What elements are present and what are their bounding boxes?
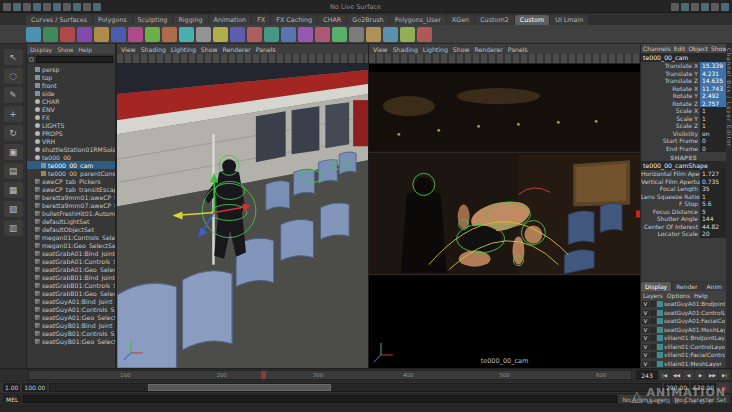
layout-single-pane-icon[interactable]: ▤	[4, 163, 23, 179]
channel-value-field[interactable]: 144	[700, 215, 726, 223]
outliner-item[interactable]: te000_00	[27, 153, 115, 161]
shelf-tab[interactable]: Animation	[209, 15, 252, 25]
layer-color-swatch[interactable]	[657, 301, 663, 307]
outliner-menu-item[interactable]: Display	[30, 46, 52, 53]
snap-to-plane-icon[interactable]	[83, 3, 91, 11]
shelf-icon[interactable]	[230, 27, 245, 42]
render-settings-icon[interactable]	[691, 3, 699, 11]
outliner-item[interactable]: seatGrabB01:Bind_Joint_SelectSet	[27, 273, 115, 281]
channel-row[interactable]: Start Frame 0	[641, 137, 726, 145]
layer-playback-toggle[interactable]	[650, 335, 656, 341]
layer-editor-tab[interactable]: Display	[641, 282, 671, 291]
outliner-item[interactable]: seatGrabA01:Controls_SelectSet	[27, 257, 115, 265]
layer-editor-menu-item[interactable]: Options	[667, 292, 690, 299]
camera-viewport-canvas[interactable]: te000_00_cam	[369, 64, 640, 368]
outliner-menu-item[interactable]: Show	[57, 46, 73, 53]
outliner-item[interactable]: defaultObjectSet	[27, 225, 115, 233]
shelf-icon[interactable]	[281, 27, 296, 42]
layer-row[interactable]: V seatGuyA01:BndJointLayer	[641, 300, 726, 309]
shelf-tab[interactable]: FX	[252, 15, 270, 25]
shelf-tab[interactable]: Custom2	[475, 15, 514, 25]
layer-visibility-toggle[interactable]: V	[642, 327, 649, 333]
layer-visibility-toggle[interactable]: V	[642, 361, 649, 367]
layer-playback-toggle[interactable]	[650, 318, 656, 324]
layer-editor-tab[interactable]: Render	[672, 282, 701, 291]
layer-row[interactable]: V seatGuyA01:FacialControlLayer	[641, 317, 726, 326]
shelf-tab[interactable]: Rigging	[173, 15, 207, 25]
layer-playback-toggle[interactable]	[650, 361, 656, 367]
channel-value-field[interactable]: on	[700, 130, 726, 138]
outliner-item[interactable]: VRH	[27, 137, 115, 145]
channel-row[interactable]: Scale Z 1	[641, 122, 726, 130]
layer-row[interactable]: V seatGuyA01:MeshLayer	[641, 326, 726, 335]
viewport-menu-item[interactable]: View	[373, 46, 388, 53]
outliner-item[interactable]: aweCP_tab_Pickers	[27, 177, 115, 185]
lasso-tool-icon[interactable]: ◌	[4, 68, 23, 84]
perspective-viewport-canvas[interactable]	[117, 64, 368, 368]
time-slider-track[interactable]: 100200300400500600	[28, 370, 632, 380]
shelf-icon[interactable]	[128, 27, 143, 42]
layer-visibility-toggle[interactable]: V	[642, 301, 649, 307]
channel-box-dock-tab[interactable]: Channel Box / Layer Editor	[726, 44, 732, 147]
layer-visibility-toggle[interactable]: V	[642, 335, 649, 341]
viewport-menu-item[interactable]: Lighting	[423, 46, 448, 53]
outliner-item[interactable]: seatGuyB01:Controls_SelectSet	[27, 329, 115, 337]
channel-row[interactable]: Rotate Z 2.757	[641, 100, 726, 108]
layer-color-swatch[interactable]	[657, 352, 663, 358]
outliner-item[interactable]: CHAR	[27, 97, 115, 105]
go-to-start-button[interactable]: |◀	[659, 370, 670, 380]
shelf-tab[interactable]: Curves / Surfaces	[26, 15, 92, 25]
outliner-item[interactable]: aweCP_tab_transitEscape	[27, 185, 115, 193]
layer-playback-toggle[interactable]	[650, 301, 656, 307]
outliner-item[interactable]: seatGrabB01:Geo_SelectSet	[27, 289, 115, 297]
outliner-item[interactable]: seatGrabB01:Controls_SelectSet	[27, 281, 115, 289]
layout-four-pane-icon[interactable]: ▦	[4, 182, 23, 198]
shelf-icon[interactable]	[400, 27, 415, 42]
channel-row[interactable]: Translate Z 14.635	[641, 77, 726, 85]
command-line-mode[interactable]: MEL	[3, 395, 21, 403]
layer-row[interactable]: V seatGuyA01:ControlLayer	[641, 309, 726, 318]
shelf-icon[interactable]	[298, 27, 313, 42]
shelf-icon[interactable]	[349, 27, 364, 42]
character-set-selector[interactable]: No Character Set	[672, 395, 729, 403]
shelf-tab[interactable]: Polygons_User	[390, 15, 446, 25]
outliner-search-input[interactable]	[36, 56, 113, 63]
outliner-item[interactable]: top	[27, 73, 115, 81]
channel-box-object-name[interactable]: te000_00_cam	[641, 53, 726, 62]
viewport-menu-item[interactable]: Lighting	[171, 46, 196, 53]
layout-outliner-persp-icon[interactable]: ▥	[4, 220, 23, 236]
viewport-menu-item[interactable]: Renderer	[223, 46, 251, 53]
step-back-key-button[interactable]: ◀◀	[671, 370, 682, 380]
anim-layer-selector[interactable]: No Anim Layer	[619, 395, 669, 403]
playback-start-field[interactable]: 100.00	[22, 383, 47, 392]
channel-value-field[interactable]: 2.757	[700, 100, 726, 108]
shelf-icon[interactable]	[247, 27, 262, 42]
animation-start-field[interactable]: 1.00	[3, 383, 20, 392]
shelf-icon[interactable]	[94, 27, 109, 42]
channel-row[interactable]: F Stop 5.6	[641, 200, 726, 208]
outliner-item[interactable]: beretta9mm01:aweCP_tab_Picke	[27, 193, 115, 201]
snap-to-grid-icon[interactable]	[53, 3, 61, 11]
layer-color-swatch[interactable]	[657, 335, 663, 341]
outliner-item[interactable]: side	[27, 89, 115, 97]
ipr-render-icon[interactable]	[681, 3, 689, 11]
channel-value-field[interactable]: 1.727	[700, 170, 726, 178]
shelf-tab[interactable]: FX Caching	[271, 15, 317, 25]
outliner-item[interactable]: te000_00_cam	[27, 161, 115, 169]
shelf-tab[interactable]: CHAR	[318, 15, 346, 25]
shelf-tab[interactable]: XGen	[447, 15, 474, 25]
shelf-tab[interactable]: UI Lmain	[550, 15, 588, 25]
layer-editor-menu-item[interactable]: Layers	[643, 292, 663, 299]
outliner-item[interactable]: seatGuyA01:Controls_SelectSet	[27, 305, 115, 313]
channel-row[interactable]: Locator Scale 20	[641, 230, 726, 238]
outliner-item[interactable]: beretta9mm07:aweCP_tab_Picke	[27, 201, 115, 209]
move-tool-icon[interactable]: +	[4, 106, 23, 122]
play-forwards-button[interactable]: ▶	[695, 370, 706, 380]
channel-value-field[interactable]: 0	[700, 145, 726, 153]
outliner-item[interactable]: seatGuyA01:Geo_SelectSet	[27, 313, 115, 321]
outliner-item[interactable]: front	[27, 81, 115, 89]
viewport-menu-item[interactable]: Show	[201, 46, 218, 53]
channel-row[interactable]: End Frame 0	[641, 145, 726, 153]
shelf-icon[interactable]	[77, 27, 92, 42]
sidebar-toggle-icon[interactable]	[721, 3, 729, 11]
